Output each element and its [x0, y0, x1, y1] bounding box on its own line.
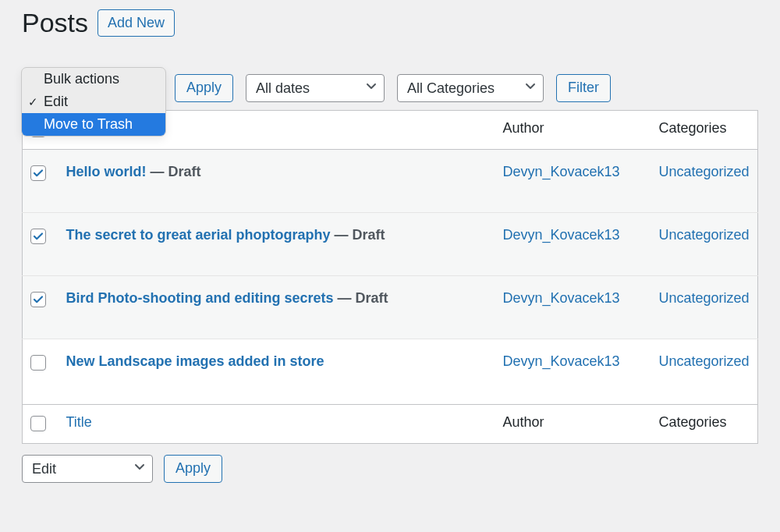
add-new-button[interactable]: Add New — [98, 9, 175, 37]
dates-select[interactable]: All dates — [246, 74, 385, 102]
bottom-actions: Edit Apply — [22, 455, 758, 483]
table-row: New Landscape images added in storeDevyn… — [23, 339, 758, 405]
row-checkbox[interactable] — [30, 165, 46, 181]
post-status-label: Draft — [168, 164, 201, 179]
col-author-header: Author — [495, 111, 651, 150]
author-link[interactable]: Devyn_Kovacek13 — [503, 353, 620, 369]
filter-button[interactable]: Filter — [556, 74, 611, 101]
categories-select-value: All Categories — [407, 80, 495, 97]
author-link[interactable]: Devyn_Kovacek13 — [503, 227, 620, 243]
post-status: — — [334, 290, 356, 306]
post-title-link[interactable]: The secret to great aerial phoptography — [66, 227, 331, 243]
table-row: The secret to great aerial phoptography … — [23, 213, 758, 276]
page-title: Posts — [22, 8, 88, 38]
select-all-checkbox-bottom[interactable] — [30, 416, 46, 431]
chevron-down-icon — [133, 461, 146, 477]
row-checkbox[interactable] — [30, 229, 46, 244]
page-header: Posts Add New — [22, 8, 758, 38]
post-title-link[interactable]: Hello world! — [66, 164, 147, 179]
bulk-action-option[interactable]: Bulk actions — [22, 68, 165, 90]
category-link[interactable]: Uncategorized — [659, 353, 750, 369]
post-status-label: Draft — [353, 227, 385, 243]
bulk-action-option[interactable]: Edit — [22, 90, 165, 113]
categories-select[interactable]: All Categories — [397, 74, 544, 102]
category-link[interactable]: Uncategorized — [659, 290, 750, 306]
post-status: — — [331, 227, 353, 243]
table-row: Bird Photo-shooting and editing secrets … — [23, 276, 758, 339]
table-footer-row: Title Author Categories — [23, 405, 758, 444]
post-title-link[interactable]: Bird Photo-shooting and editing secrets — [66, 290, 334, 306]
table-row: Hello world! — DraftDevyn_Kovacek13Uncat… — [23, 150, 758, 213]
col-categories-header: Categories — [651, 111, 758, 150]
row-checkbox[interactable] — [30, 355, 46, 371]
col-categories-footer: Categories — [651, 405, 758, 444]
post-status: — — [147, 164, 168, 179]
col-title-footer[interactable]: Title — [66, 414, 92, 430]
col-author-footer: Author — [495, 405, 651, 444]
apply-top-button[interactable]: Apply — [175, 74, 233, 101]
author-link[interactable]: Devyn_Kovacek13 — [503, 164, 620, 179]
chevron-down-icon — [524, 80, 537, 97]
apply-bottom-button[interactable]: Apply — [164, 455, 222, 482]
category-link[interactable]: Uncategorized — [659, 164, 750, 179]
bulk-action-option[interactable]: Move to Trash — [22, 113, 165, 136]
dates-select-value: All dates — [256, 80, 310, 97]
chevron-down-icon — [365, 80, 378, 97]
posts-table: Title Author Categories Hello world! — D… — [22, 110, 758, 444]
bulk-action-bottom-value: Edit — [32, 461, 56, 477]
bulk-action-bottom-select[interactable]: Edit — [22, 455, 153, 483]
post-title-link[interactable]: New Landscape images added in store — [66, 353, 324, 369]
row-checkbox[interactable] — [30, 292, 46, 307]
bulk-action-dropdown[interactable]: Bulk actionsEditMove to Trash — [21, 67, 166, 137]
post-status-label: Draft — [356, 290, 388, 306]
author-link[interactable]: Devyn_Kovacek13 — [503, 290, 620, 306]
category-link[interactable]: Uncategorized — [659, 227, 750, 243]
